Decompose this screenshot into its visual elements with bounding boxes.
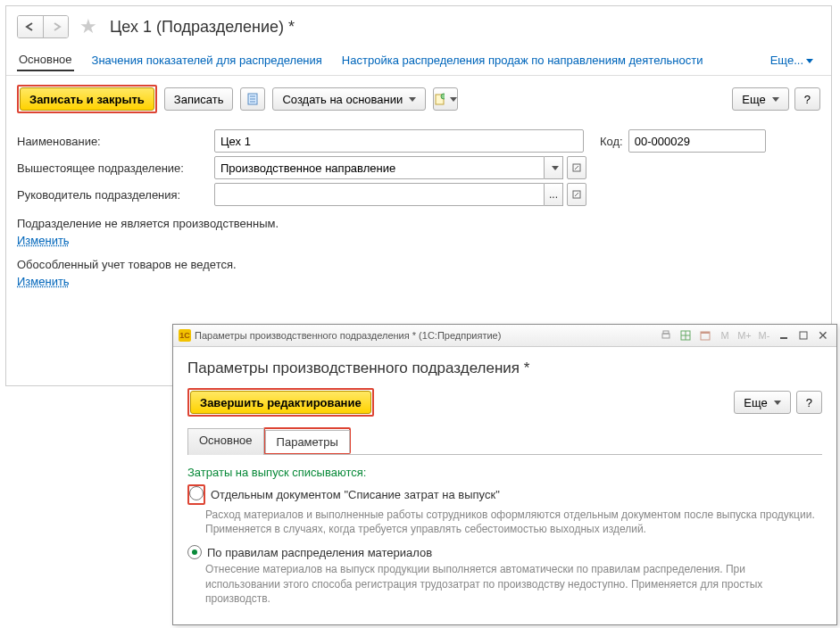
finish-editing-button[interactable]: Завершить редактирование [190, 391, 371, 414]
radio-distribution-rules-desc: Отнесение материалов на выпуск продукции… [205, 562, 822, 606]
print-icon[interactable] [658, 327, 674, 343]
info-no-separate-accounting: Обособленный учет товаров не ведется. [17, 258, 820, 271]
chevron-down-icon [772, 97, 779, 102]
parent-open-button[interactable] [567, 156, 586, 179]
tab-values[interactable]: Значения показателей для распределения [90, 50, 324, 70]
name-label: Наименование: [17, 135, 209, 148]
main-toolbar: Записать и закрыть Записать Создать на о… [6, 76, 831, 122]
highlight-finish-edit: Завершить редактирование [187, 388, 374, 417]
maximize-icon[interactable] [795, 327, 811, 343]
radio-row-separate-doc: Отдельным документом "Списание затрат на… [187, 484, 822, 505]
back-button[interactable] [18, 16, 43, 37]
create-based-label: Создать на основании [282, 93, 403, 106]
radio-separate-document-desc: Расход материалов и выполненные работы с… [205, 508, 822, 536]
calc-mplus-button[interactable]: M+ [736, 327, 753, 343]
manager-select-button[interactable]: ... [545, 183, 563, 206]
dialog-help-button[interactable]: ? [796, 391, 822, 414]
header: ★ Цех 1 (Подразделение) * [6, 6, 831, 45]
forward-button[interactable] [43, 16, 68, 37]
parent-combo [214, 156, 586, 179]
dialog-toolbar: Завершить редактирование Еще ? [187, 388, 822, 417]
change-link-2[interactable]: Изменить [17, 275, 70, 288]
dialog-tabs: Основное Параметры [187, 427, 822, 455]
calendar-icon[interactable] [697, 327, 713, 343]
nav-buttons [17, 15, 69, 38]
info-not-production: Подразделение не является производственн… [17, 217, 820, 230]
svg-rect-16 [800, 332, 807, 339]
tab-more-label: Еще... [770, 54, 803, 67]
favorite-star-icon[interactable]: ★ [79, 15, 97, 38]
tab-sales-settings[interactable]: Настройка распределения продаж по направ… [340, 50, 705, 70]
attachments-button[interactable] [433, 87, 458, 111]
chevron-down-icon [806, 59, 813, 63]
calc-m-button[interactable]: M [717, 327, 733, 343]
chevron-down-icon [409, 97, 416, 102]
tab-more[interactable]: Еще... [769, 50, 815, 70]
grid-icon[interactable] [678, 327, 694, 343]
code-label: Код: [600, 135, 623, 148]
manager-open-button[interactable] [567, 183, 586, 206]
svg-point-5 [441, 94, 445, 99]
radio-separate-document-label: Отдельным документом "Списание затрат на… [211, 488, 500, 501]
chevron-down-icon [450, 97, 457, 102]
dialog-tab-main[interactable]: Основное [187, 428, 264, 455]
minimize-icon[interactable] [776, 327, 792, 343]
parent-field[interactable] [214, 156, 545, 179]
parent-dropdown-button[interactable] [545, 156, 563, 179]
page-title: Цех 1 (Подразделение) * [110, 18, 295, 37]
radio-row-distribution-rules: По правилам распределения материалов [187, 545, 822, 559]
dialog-heading: Параметры производственного подразделени… [187, 359, 822, 377]
dialog-tab-params[interactable]: Параметры [265, 430, 350, 453]
svg-rect-14 [701, 332, 710, 334]
svg-rect-9 [663, 331, 669, 334]
calc-mminus-button[interactable]: M- [756, 327, 772, 343]
nav-tabs: Основное Значения показателей для распре… [6, 45, 831, 76]
costs-section-heading: Затраты на выпуск списываются: [187, 466, 822, 479]
highlight-radio-1 [187, 484, 205, 505]
chevron-down-icon [552, 166, 559, 170]
manager-field[interactable] [214, 183, 545, 206]
more-label: Еще [742, 93, 765, 106]
parent-label: Вышестоящее подразделение: [17, 161, 209, 175]
dialog-titlebar-text: Параметры производственного подразделени… [195, 330, 501, 341]
radio-distribution-rules[interactable] [187, 545, 202, 559]
radio-distribution-rules-label: По правилам распределения материалов [207, 546, 432, 559]
help-button[interactable]: ? [794, 87, 820, 111]
parameters-dialog: 1C Параметры производственного подраздел… [172, 324, 837, 625]
name-field[interactable] [214, 129, 584, 153]
tab-main[interactable]: Основное [17, 49, 74, 71]
highlight-tab-params: Параметры [263, 427, 351, 454]
dialog-more-button[interactable]: Еще [734, 391, 790, 414]
dialog-body: Параметры производственного подразделени… [173, 347, 836, 624]
manager-label: Руководитель подразделения: [17, 188, 209, 202]
report-icon-button[interactable] [240, 87, 265, 111]
dialog-more-label: Еще [744, 396, 767, 409]
code-field[interactable] [628, 129, 766, 153]
highlight-write-close: Записать и закрыть [17, 85, 157, 113]
write-button[interactable]: Записать [164, 87, 234, 111]
create-based-on-button[interactable]: Создать на основании [272, 87, 426, 111]
chevron-down-icon [774, 401, 781, 405]
more-button[interactable]: Еще [732, 87, 788, 111]
app-1c-icon: 1C [179, 329, 191, 342]
dialog-titlebar: 1C Параметры производственного подраздел… [173, 325, 836, 347]
svg-rect-8 [662, 334, 670, 338]
change-link-1[interactable]: Изменить [17, 234, 70, 247]
manager-combo: ... [214, 183, 586, 206]
form-area: Наименование: Код: Вышестоящее подраздел… [6, 122, 831, 292]
close-icon[interactable]: ✕ [815, 327, 831, 343]
write-and-close-button[interactable]: Записать и закрыть [20, 87, 154, 111]
radio-separate-document[interactable] [189, 486, 204, 500]
